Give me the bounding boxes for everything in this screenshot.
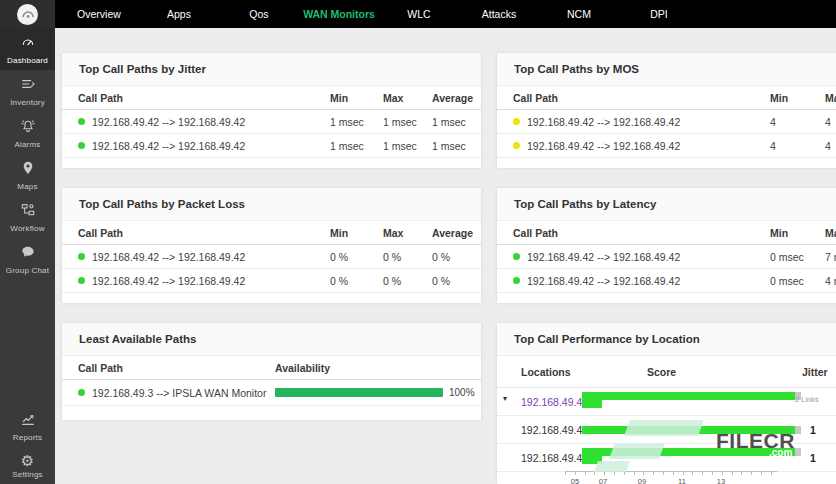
- status-dot: [513, 277, 520, 284]
- sidebar-item-label: Maps: [17, 182, 37, 191]
- sidebar-item-alarms[interactable]: Alarms: [0, 112, 55, 154]
- status-dot: [78, 142, 85, 149]
- call-path-link[interactable]: 192.168.49.3 --> IPSLA WAN Monitor: [92, 387, 266, 399]
- sidebar-item-workflow[interactable]: Workflow: [0, 196, 55, 238]
- axis-tick-label: 11: [672, 477, 692, 484]
- panel-least-available-paths: Least Available Paths Call Path Availabi…: [62, 323, 481, 420]
- avg-value: 0 %: [432, 275, 481, 287]
- call-path-link[interactable]: 192.168.49.42 --> 192.168.49.42: [527, 251, 680, 263]
- links-count: 2 Links: [795, 395, 819, 404]
- gear-icon: ⚙: [21, 453, 34, 468]
- expand-caret-icon[interactable]: ▾: [503, 394, 507, 403]
- col-min: Min: [330, 227, 383, 239]
- call-path-link[interactable]: 192.168.49.42 --> 192.168.49.42: [92, 275, 245, 287]
- col-max: Max: [825, 227, 836, 239]
- tab-attacks[interactable]: Attacks: [459, 0, 539, 28]
- tab-wan-monitors[interactable]: WAN Monitors: [299, 0, 379, 28]
- panel-title: Top Call Performance by Location: [497, 323, 836, 356]
- max-value: 1 msec: [383, 140, 432, 152]
- tab-ncm[interactable]: NCM: [539, 0, 619, 28]
- min-value: 1 msec: [330, 116, 383, 128]
- location-link[interactable]: 192.168.49.42: [521, 424, 588, 436]
- col-min: Min: [770, 92, 825, 104]
- status-dot: [513, 253, 520, 260]
- sidebar-item-group-chat[interactable]: Group Chat: [0, 238, 55, 280]
- axis-tick-marks: [565, 472, 777, 475]
- nav-tabs: Overview Apps Qos WAN Monitors WLC Attac…: [55, 0, 699, 28]
- table-row[interactable]: 192.168.49.42 --> 192.168.49.42 0 % 0 % …: [62, 245, 481, 269]
- call-path-link[interactable]: 192.168.49.42 --> 192.168.49.42: [92, 116, 245, 128]
- max-value: 4: [825, 140, 836, 152]
- call-path-link[interactable]: 192.168.49.42 --> 192.168.49.42: [92, 251, 245, 263]
- table-header: Call Path Min Max: [497, 221, 836, 245]
- location-link[interactable]: 192.168.49.42: [521, 452, 588, 464]
- axis-tick-label: 13: [711, 477, 731, 484]
- call-path-link[interactable]: 192.168.49.42 --> 192.168.49.42: [527, 140, 680, 152]
- max-value: 1 msec: [383, 116, 432, 128]
- max-value: 0 %: [383, 251, 432, 263]
- call-path-link[interactable]: 192.168.49.42 --> 192.168.49.42: [527, 275, 680, 287]
- top-navbar: Overview Apps Qos WAN Monitors WLC Attac…: [0, 0, 836, 28]
- col-score: Score: [647, 366, 676, 378]
- min-value: 0 %: [330, 275, 383, 287]
- sidebar-item-reports[interactable]: Reports: [0, 405, 55, 447]
- table-row[interactable]: 192.168.49.42 --> 192.168.49.42 0 msec 4…: [497, 269, 836, 293]
- status-dot: [78, 389, 85, 396]
- watermark-shape: [624, 420, 704, 436]
- table-row[interactable]: 192.168.49.42 --> 192.168.49.42 4 4: [497, 134, 836, 158]
- jitter-value: 1: [810, 424, 816, 436]
- jitter-value: 1: [810, 452, 816, 464]
- sidebar-item-dashboard[interactable]: Dashboard: [0, 28, 55, 70]
- status-dot: [513, 118, 520, 125]
- col-average: Average: [432, 92, 481, 104]
- score-bar-cap: [795, 426, 801, 434]
- availability-value: 100%: [449, 387, 475, 398]
- call-path-link[interactable]: 192.168.49.42 --> 192.168.49.42: [92, 140, 245, 152]
- call-path-link[interactable]: 192.168.49.42 --> 192.168.49.42: [527, 116, 680, 128]
- app-logo[interactable]: [0, 0, 55, 28]
- sidebar-spacer: [0, 280, 55, 405]
- avg-value: 1 msec: [432, 140, 481, 152]
- table-row[interactable]: 192.168.49.42 --> 192.168.49.42 1 msec 1…: [62, 110, 481, 134]
- logo-icon: [17, 4, 38, 25]
- panel-top-call-paths-by-latency: Top Call Paths by Latency Call Path Min …: [497, 188, 836, 303]
- table-header: Locations Score Jitter: [497, 356, 836, 388]
- sidebar-item-settings[interactable]: ⚙ Settings: [0, 447, 55, 484]
- table-header: Call Path Min Max Average: [62, 86, 481, 110]
- sidebar-item-maps[interactable]: Maps: [0, 154, 55, 196]
- tab-wlc[interactable]: WLC: [379, 0, 459, 28]
- table-header: Call Path Min Max: [497, 86, 836, 110]
- col-call-path: Call Path: [78, 92, 330, 104]
- table-row[interactable]: 192.168.49.42 --> 192.168.49.42 0 % 0 % …: [62, 269, 481, 293]
- panel-top-call-paths-by-jitter: Top Call Paths by Jitter Call Path Min M…: [62, 53, 481, 168]
- col-locations: Locations: [521, 366, 571, 378]
- tab-dpi[interactable]: DPI: [619, 0, 699, 28]
- location-link[interactable]: 192.168.49.42: [521, 396, 588, 408]
- alarm-bell-icon: [20, 118, 36, 138]
- table-header: Call Path Availability: [62, 356, 481, 380]
- table-row[interactable]: ▾ 192.168.49.42 2 Links: [497, 388, 836, 416]
- col-call-path: Call Path: [513, 92, 770, 104]
- table-row[interactable]: 192.168.49.3 --> IPSLA WAN Monitor 100%: [62, 380, 481, 406]
- tab-overview[interactable]: Overview: [59, 0, 139, 28]
- min-value: 4: [770, 140, 825, 152]
- score-axis: 05 07 09 11 13: [565, 471, 777, 484]
- tab-apps[interactable]: Apps: [139, 0, 219, 28]
- sidebar-item-inventory[interactable]: Inventory: [0, 70, 55, 112]
- avg-value: 1 msec: [432, 116, 481, 128]
- min-value: 0 %: [330, 251, 383, 263]
- panel-title: Least Available Paths: [62, 323, 481, 356]
- panel-top-call-paths-by-packet-loss: Top Call Paths by Packet Loss Call Path …: [62, 188, 481, 303]
- sidebar-item-label: Settings: [12, 470, 43, 479]
- score-sub-bar: [582, 400, 602, 408]
- sidebar-item-label: Alarms: [14, 140, 40, 149]
- table-row[interactable]: 192.168.49.42 --> 192.168.49.42 1 msec 1…: [62, 134, 481, 158]
- status-dot: [78, 253, 85, 260]
- table-row[interactable]: 192.168.49.42 --> 192.168.49.42 0 msec 7…: [497, 245, 836, 269]
- table-row[interactable]: 192.168.49.42 --> 192.168.49.42 4 4: [497, 110, 836, 134]
- watermark-shape: [609, 443, 665, 459]
- col-call-path: Call Path: [78, 362, 275, 374]
- min-value: 0 msec: [770, 251, 825, 263]
- tab-qos[interactable]: Qos: [219, 0, 299, 28]
- min-value: 0 msec: [770, 275, 825, 287]
